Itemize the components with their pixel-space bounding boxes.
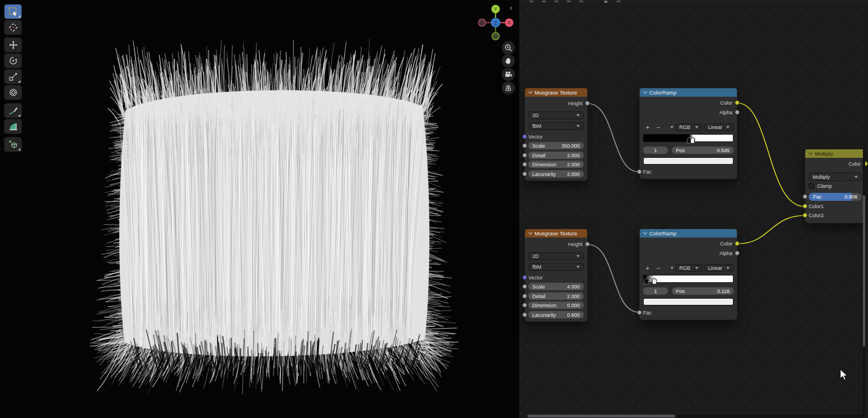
socket-color1-input[interactable] [802,204,808,209]
socket-detail-input[interactable] [522,294,527,299]
interpolation-dropdown[interactable]: Linear [704,264,734,272]
measure-icon [8,122,18,131]
collapse-icon[interactable] [643,90,647,94]
remove-stop-button[interactable]: − [654,264,663,272]
zoom-button[interactable] [502,41,515,54]
dimensions-dropdown[interactable]: 2D [528,252,584,260]
blend-mode-dropdown[interactable]: Multiply [809,173,862,181]
tool-annotate[interactable] [5,104,21,118]
socket-color2-input[interactable] [802,213,808,218]
node-musgrave-texture-1[interactable]: Musgrave Texture Height 2D fBM Vector Sc… [525,88,587,180]
color-ramp-gradient[interactable] [643,134,734,142]
socket-detail-input[interactable] [522,153,527,158]
interpolation-dropdown[interactable]: Linear [704,123,734,131]
stop-index-field[interactable]: 1 [643,146,668,154]
collapse-icon[interactable] [528,90,532,94]
detail-field[interactable]: Detail2.000 [528,152,584,159]
dimensions-dropdown[interactable]: 2D [528,111,584,119]
ramp-stop-1-selected[interactable] [652,278,657,285]
ramp-stop-1-selected[interactable] [690,137,695,144]
sidebar-toggle-arrow[interactable]: ‹ [510,3,512,12]
dimension-field[interactable]: Dimension0.000 [528,301,584,309]
socket-fac-input[interactable] [637,310,642,315]
camera-view-button[interactable] [502,68,515,81]
clamp-checkbox[interactable] [809,183,814,189]
add-stop-button[interactable]: + [643,123,652,131]
remove-stop-button[interactable]: − [654,123,663,131]
musgrave-type-dropdown[interactable]: fBM [528,122,584,130]
vscroll-thumb[interactable] [863,195,865,347]
lacunarity-field[interactable]: Lacunarity2.000 [528,170,584,178]
fur-render[interactable] [0,0,519,418]
pan-button[interactable] [502,54,515,67]
dimension-field[interactable]: Dimension2.000 [528,161,584,168]
ramp-options-button[interactable] [665,123,674,131]
socket-alpha-output[interactable] [735,251,740,256]
stop-color-swatch[interactable] [643,157,734,165]
ramp-stop-0[interactable] [644,278,649,285]
tool-select-box[interactable] [5,5,21,19]
tool-add-cube[interactable] [5,137,21,152]
color-output-label: Color [720,100,732,106]
stop-color-swatch[interactable] [643,298,734,305]
node-musgrave-texture-2[interactable]: Musgrave Texture Height 2D fBM Vector Sc… [525,229,587,321]
tool-move[interactable] [5,38,21,52]
collapse-icon[interactable] [528,231,532,235]
scale-icon [8,72,18,81]
hscroll-thumb[interactable] [527,415,675,417]
node-header[interactable]: ColorRamp [640,229,737,238]
horizontal-scrollbar[interactable] [527,415,863,417]
3d-viewport[interactable]: Y X Z ‹ [0,0,519,418]
socket-fac-input[interactable] [637,169,642,174]
tool-cursor[interactable] [5,20,21,35]
socket-color-output[interactable] [735,100,740,105]
fac-slider[interactable]: Fac0.808 [809,193,862,201]
color-mode-dropdown[interactable]: RGB [675,123,702,131]
toggle-projection-button[interactable] [502,81,515,94]
scale-field[interactable]: Scale350.000 [528,142,584,149]
socket-dimension-input[interactable] [522,162,527,167]
gizmo-axis-x-negative[interactable] [479,19,486,27]
socket-dimension-input[interactable] [522,303,527,308]
socket-lacunarity-input[interactable] [522,171,527,176]
socket-lacunarity-input[interactable] [522,312,527,317]
node-colorramp-2[interactable]: ColorRamp Color Alpha + − RGB Linear 1 P… [640,229,737,320]
node-multiply-mix[interactable]: Multiply Color Multiply Clamp Fac0.808 C… [805,149,865,223]
lacunarity-field[interactable]: Lacunarity0.800 [528,311,584,318]
add-stop-button[interactable]: + [643,264,652,272]
node-header[interactable]: ColorRamp [640,88,737,97]
shader-node-editor[interactable]: Musgrave Texture Height 2D fBM Vector Sc… [519,0,868,418]
tool-scale[interactable] [5,70,21,84]
collapse-icon[interactable] [809,151,813,155]
color-ramp-gradient[interactable] [643,275,734,283]
ramp-options-button[interactable] [665,264,674,272]
socket-vector-input[interactable] [522,275,527,280]
socket-height-output[interactable] [585,242,590,247]
stop-index-field[interactable]: 1 [643,287,668,295]
socket-fac-input[interactable] [802,194,808,199]
orientation-gizmo[interactable]: Y X Z [478,5,514,41]
tool-transform[interactable] [5,85,21,100]
stop-position-field[interactable]: Pos0.118 [672,287,734,295]
collapse-icon[interactable] [643,231,647,235]
socket-scale-input[interactable] [522,143,527,148]
socket-color-output[interactable] [735,241,740,246]
color-mode-dropdown[interactable]: RGB [675,264,702,272]
gizmo-axis-y-negative[interactable] [492,33,500,40]
socket-height-output[interactable] [585,101,590,106]
socket-scale-input[interactable] [522,284,527,289]
vertical-scrollbar[interactable] [863,148,865,415]
ramp-toolbar: + − RGB Linear [643,123,734,131]
node-header[interactable]: Musgrave Texture [525,88,587,97]
socket-vector-input[interactable] [522,134,527,139]
node-header[interactable]: Multiply [805,149,865,158]
socket-alpha-output[interactable] [735,110,740,115]
detail-field[interactable]: Detail2.000 [528,292,584,300]
stop-position-field[interactable]: Pos0.545 [672,146,734,154]
tool-measure[interactable] [5,119,21,133]
tool-rotate[interactable] [5,54,21,68]
node-colorramp-1[interactable]: ColorRamp Color Alpha + − RGB Linear 1 P… [640,88,737,179]
scale-field[interactable]: Scale4.000 [528,283,584,290]
musgrave-type-dropdown[interactable]: fBM [528,263,584,271]
node-header[interactable]: Musgrave Texture [525,229,587,238]
